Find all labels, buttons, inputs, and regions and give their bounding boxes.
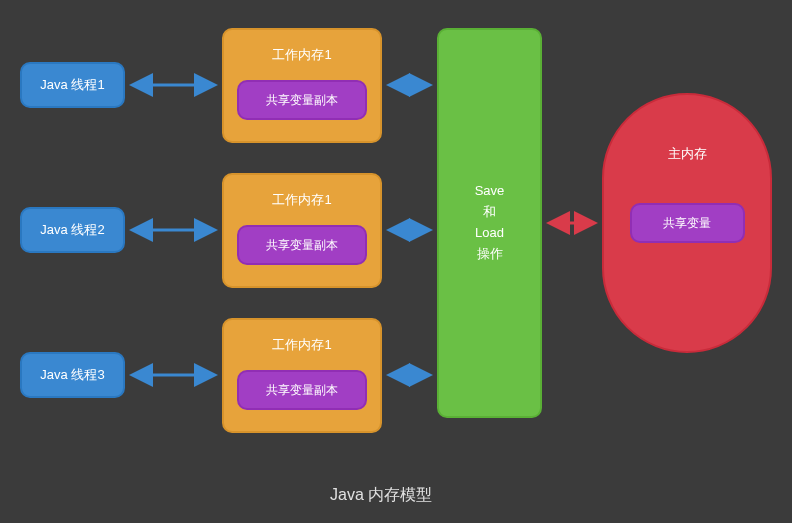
thread-box-2: Java 线程2 <box>20 207 125 253</box>
main-memory-title: 主内存 <box>668 145 707 163</box>
save-load-line: Save <box>475 181 505 202</box>
thread-box-3: Java 线程3 <box>20 352 125 398</box>
save-load-line: Load <box>475 223 504 244</box>
shared-var-label: 共享变量 <box>663 215 711 232</box>
shared-copy-label: 共享变量副本 <box>266 382 338 399</box>
save-load-line: 操作 <box>477 244 503 265</box>
save-load-line: 和 <box>483 202 496 223</box>
workmem-title: 工作内存1 <box>272 191 331 209</box>
shared-copy-box: 共享变量副本 <box>237 80 367 120</box>
shared-var-box: 共享变量 <box>630 203 745 243</box>
shared-copy-box: 共享变量副本 <box>237 225 367 265</box>
save-load-box: Save 和 Load 操作 <box>437 28 542 418</box>
diagram-caption: Java 内存模型 <box>330 485 432 506</box>
workmem-title: 工作内存1 <box>272 46 331 64</box>
thread-box-1: Java 线程1 <box>20 62 125 108</box>
shared-copy-label: 共享变量副本 <box>266 92 338 109</box>
main-memory-box: 主内存 共享变量 <box>602 93 772 353</box>
shared-copy-box: 共享变量副本 <box>237 370 367 410</box>
thread-label: Java 线程1 <box>40 76 104 94</box>
workmem-box-2: 工作内存1 共享变量副本 <box>222 173 382 288</box>
workmem-title: 工作内存1 <box>272 336 331 354</box>
thread-label: Java 线程2 <box>40 221 104 239</box>
workmem-box-1: 工作内存1 共享变量副本 <box>222 28 382 143</box>
workmem-box-3: 工作内存1 共享变量副本 <box>222 318 382 433</box>
thread-label: Java 线程3 <box>40 366 104 384</box>
shared-copy-label: 共享变量副本 <box>266 237 338 254</box>
